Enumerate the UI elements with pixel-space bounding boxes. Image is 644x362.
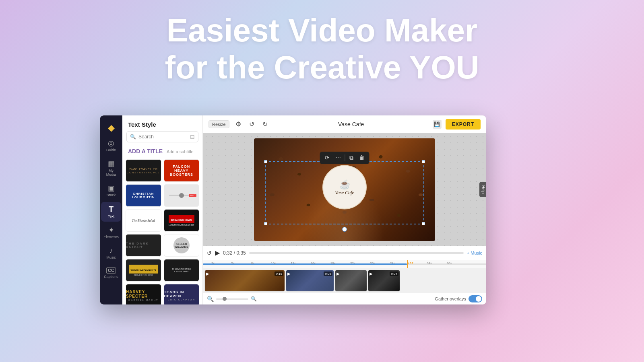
help-tab[interactable]: Help <box>479 182 486 197</box>
zoom-track[interactable] <box>216 298 248 300</box>
clip-3[interactable]: ▶ <box>335 270 367 292</box>
cafe-cup-icon: ☕ <box>339 179 350 189</box>
style-label-blonde: The Blonde Salad <box>132 219 155 222</box>
style-card-dark-knight[interactable]: THE DARK KNIGHT <box>126 234 161 257</box>
style-label-louboutin: CHRISTIANLOUBOUTIN <box>132 192 155 199</box>
undo-button[interactable]: ↺ <box>247 119 256 129</box>
style-label-timetravels-2: CONSTANTINOPLE <box>127 171 160 174</box>
style-card-blonde[interactable]: The Blonde Salad <box>126 209 161 232</box>
replay-button[interactable]: ↺ <box>207 250 212 256</box>
clip-1[interactable]: 0:19 ▶ <box>204 270 285 292</box>
hero-line1: Easiest Video Maker <box>167 12 477 48</box>
vase-cafe-logo[interactable]: ☕ Vase Cafe <box>322 165 367 210</box>
export-button[interactable]: EXPORT <box>446 119 481 130</box>
timeline-playhead <box>407 260 408 268</box>
add-subtitle-button[interactable]: Add a subtitle <box>167 149 194 154</box>
slider-badge: RED <box>189 194 196 197</box>
sidebar-label-text: Text <box>108 214 115 218</box>
captions-icon: CC <box>106 267 116 274</box>
text-icon: T <box>109 205 114 213</box>
sidebar-logo[interactable]: ◆ <box>101 119 121 135</box>
music-button[interactable]: + Music <box>467 251 482 255</box>
breaking-news-sub: LOREM IPSUM DOLOR SIT <box>169 224 194 226</box>
style-card-keller[interactable]: KELLER WILLIAMS <box>164 234 200 257</box>
video-frame[interactable]: ⟳ ⋯ ⧉ 🗑 ☕ Vase Cafe <box>254 138 435 241</box>
style-card-breaking[interactable]: BREAKING NEWS LOREM IPSUM DOLOR SIT <box>164 209 200 232</box>
play-button[interactable]: ▶ <box>215 249 220 257</box>
search-input[interactable] <box>138 134 188 140</box>
clip2-icon: ▶ <box>287 272 291 276</box>
sidebar-label-captions: Captions <box>104 275 118 279</box>
marker-8s: 8s <box>251 261 254 265</box>
add-title-row: ADD A TITLE Add a subtitle <box>122 146 202 157</box>
sidebar: ◆ ◎ Guide ▦ My Media ▣ Stock T Text ✦ El… <box>100 115 122 304</box>
zoom-out-button[interactable]: 🔍 <box>207 296 214 302</box>
hero-section: Easiest Video Maker for the Creative YOU <box>0 12 644 86</box>
slider-thumb <box>179 193 184 198</box>
style-card-louboutin[interactable]: CHRISTIANLOUBOUTIN <box>126 184 161 207</box>
sidebar-item-captions[interactable]: CC Captions <box>101 264 121 282</box>
editor-area: Resize ⚙ ↺ ↻ Vase Cafe 💾 EXPORT ⟳ ⋯ <box>203 115 486 304</box>
style-card-falcon[interactable]: FALCON HEAVYBOOSTERS <box>164 159 200 182</box>
style-card-slider[interactable]: RED <box>164 184 200 207</box>
progress-track[interactable] <box>249 252 464 254</box>
music-icon: ♪ <box>109 247 113 254</box>
gather-overlays-toggle[interactable] <box>469 295 482 302</box>
clip1-icon: ▶ <box>206 272 209 276</box>
add-title-button[interactable]: ADD A TITLE <box>128 148 163 154</box>
sidebar-item-text[interactable]: T Text <box>101 202 121 222</box>
style-label-dark-knight: THE DARK KNIGHT <box>126 242 161 249</box>
mushrooms-badge: WILD MUSHROOMS PIZZA <box>129 265 158 274</box>
canvas-toolbar: ⟳ ⋯ ⧉ 🗑 <box>320 152 369 164</box>
panel-header: Text Style <box>122 115 202 131</box>
style-card-howto[interactable]: 10 WAYS TO STYLEA WHITE SHIRT <box>164 259 200 282</box>
project-title: Vase Cafe <box>274 121 429 128</box>
marker-36s: 36s <box>446 261 452 265</box>
style-card-timetravels[interactable]: TIME TRAVEL TO CONSTANTINOPLE <box>126 159 161 182</box>
canvas-area: ⟳ ⋯ ⧉ 🗑 ☕ Vase Cafe <box>203 133 486 246</box>
sidebar-item-my-media[interactable]: ▦ My Media <box>101 157 121 180</box>
style-label-timetravels-1: TIME TRAVEL TO <box>129 168 158 171</box>
sidebar-item-guide[interactable]: ◎ Guide <box>101 136 121 155</box>
redo-button[interactable]: ↻ <box>260 119 270 129</box>
clip2-duration: 0:08 <box>324 272 332 276</box>
clips-row: 0:19 ▶ 0:08 ▶ ▶ 0:04 ▶ <box>203 268 486 293</box>
sidebar-item-music[interactable]: ♪ Music <box>101 244 121 263</box>
style-label-falcon: FALCON HEAVYBOOSTERS <box>164 163 199 178</box>
marker-16s: 16s <box>311 261 316 265</box>
settings-button[interactable]: ⚙ <box>233 119 243 129</box>
sidebar-label-guide: Guide <box>106 148 116 152</box>
canvas-tool-duplicate[interactable]: ⧉ <box>348 154 355 162</box>
sidebar-label-music: Music <box>106 255 116 259</box>
search-bar[interactable]: 🔍 ⊟ <box>126 131 198 142</box>
my-media-icon: ▦ <box>108 160 115 167</box>
sidebar-item-stock[interactable]: ▣ Stock <box>101 181 121 200</box>
canvas-tool-delete[interactable]: 🗑 <box>357 154 366 162</box>
style-card-harvey[interactable]: HARVEY SPECTER GABRIEL MACHT <box>126 284 161 304</box>
canvas-tool-copy[interactable]: ⟳ <box>323 154 331 162</box>
guide-icon: ◎ <box>108 140 114 147</box>
total-time: 0:35 <box>236 250 246 256</box>
clip-4[interactable]: 0:04 ▶ <box>368 270 400 292</box>
video-background: ⟳ ⋯ ⧉ 🗑 ☕ Vase Cafe <box>254 138 435 241</box>
harvey-name: HARVEY SPECTER <box>126 290 161 298</box>
style-card-tears[interactable]: TEARS IN HEAVEN ERIC CLAPTON <box>164 284 200 304</box>
timeline-ruler: 2s 5s 8s 10s 13s 16s 19s 22s 25s 28s 0:3… <box>203 260 486 268</box>
stock-icon: ▣ <box>108 185 115 192</box>
logo-icon: ◆ <box>108 123 115 132</box>
sidebar-label-my-media: My Media <box>103 169 119 177</box>
filter-icon[interactable]: ⊟ <box>190 134 195 140</box>
clip-2[interactable]: 0:08 ▶ <box>286 270 334 292</box>
howto-label: 10 WAYS TO STYLEA WHITE SHIRT <box>172 268 191 273</box>
text-styles-grid: TIME TRAVEL TO CONSTANTINOPLE FALCON HEA… <box>122 157 202 304</box>
style-card-mushrooms[interactable]: WILD MUSHROOMS PIZZA SERVES 2 | 30 MINS <box>126 259 161 282</box>
harvey-sub: GABRIEL MACHT <box>128 299 159 301</box>
marker-2s: 2s <box>211 261 215 265</box>
marker-34s: 34s <box>427 261 432 265</box>
resize-button[interactable]: Resize <box>208 120 229 128</box>
zoom-in-button[interactable]: 🔍 <box>251 296 257 302</box>
sidebar-item-elements[interactable]: ✦ Elements <box>101 223 121 242</box>
clip4-icon: ▶ <box>369 272 373 276</box>
canvas-tool-more[interactable]: ⋯ <box>334 154 343 162</box>
save-icon[interactable]: 💾 <box>433 120 442 129</box>
